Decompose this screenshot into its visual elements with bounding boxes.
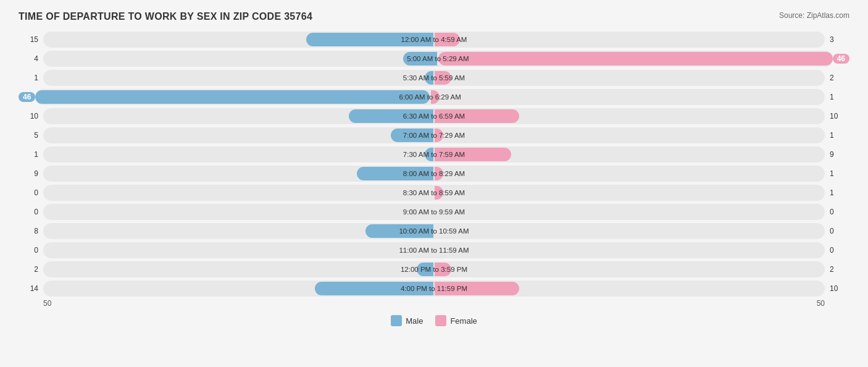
male-value: 14 (19, 284, 43, 293)
table-row: 15 12:00 AM to 4:59 AM 3 (19, 31, 849, 48)
male-bar (35, 90, 429, 104)
table-row: 0 8:30 AM to 8:59 AM 1 (19, 184, 849, 201)
legend-female: Female (435, 315, 477, 326)
table-row: 0 11:00 AM to 11:59 AM 0 (19, 242, 849, 259)
female-value-badge: 46 (833, 54, 849, 64)
table-row: 10 6:30 AM to 6:59 AM 10 (19, 108, 849, 125)
time-label: 7:30 AM to 7:59 AM (403, 151, 465, 158)
bar-container: 10:00 AM to 10:59 AM (43, 223, 825, 239)
male-value: 4 (19, 54, 43, 63)
bar-container: 11:00 AM to 11:59 AM (43, 242, 825, 258)
male-value: 1 (19, 74, 43, 82)
table-row: 14 4:00 PM to 11:59 PM 10 (19, 280, 849, 297)
time-label: 4:00 PM to 11:59 PM (401, 285, 467, 292)
bar-container: 5:30 AM to 5:59 AM (43, 70, 825, 86)
bar-container: 5:00 AM to 5:29 AM (43, 51, 833, 67)
female-bar (438, 52, 832, 65)
female-value: 9 (825, 150, 849, 159)
chart-legend: Male Female (19, 315, 849, 326)
female-bar-half (435, 204, 825, 220)
male-bar-half (43, 127, 433, 143)
table-row: 8 10:00 AM to 10:59 AM 0 (19, 222, 849, 240)
male-bar-half (43, 185, 433, 201)
female-bar-half (435, 127, 825, 143)
male-bar-half (43, 51, 437, 67)
time-label: 5:00 AM to 5:29 AM (407, 55, 469, 62)
chart-source: Source: ZipAtlas.com (779, 11, 849, 20)
female-value: 2 (825, 265, 849, 274)
time-label: 9:00 AM to 9:59 AM (403, 208, 465, 216)
male-bar-half (43, 242, 433, 258)
table-row: 1 5:30 AM to 5:59 AM 2 (19, 69, 849, 86)
bar-container: 6:30 AM to 6:59 AM (43, 108, 825, 124)
female-bar-half (435, 108, 825, 124)
time-label: 6:00 AM to 6:29 AM (399, 93, 461, 101)
male-value: 9 (19, 169, 43, 178)
male-bar-half (43, 166, 433, 182)
male-bar-half (43, 146, 433, 162)
table-row: 2 12:00 PM to 3:59 PM 2 (19, 261, 849, 278)
table-row: 4 5:00 AM to 5:29 AM 46 (19, 50, 849, 67)
male-swatch (391, 315, 402, 326)
time-label: 7:00 AM to 7:29 AM (403, 132, 465, 139)
time-label: 6:30 AM to 6:59 AM (403, 112, 465, 120)
chart-container: TIME OF DEPARTURE TO WORK BY SEX IN ZIP … (0, 0, 868, 345)
female-value: 1 (825, 169, 849, 178)
male-value: 8 (19, 227, 43, 235)
female-value: 1 (825, 188, 849, 197)
female-value: 1 (825, 131, 849, 140)
bar-container: 9:00 AM to 9:59 AM (43, 204, 825, 220)
male-value: 2 (19, 265, 43, 274)
male-value: 0 (19, 188, 43, 197)
axis-labels: 50 50 (19, 299, 849, 308)
legend-male: Male (391, 315, 423, 326)
time-label: 5:30 AM to 5:59 AM (403, 74, 465, 82)
bar-container: 12:00 AM to 4:59 AM (43, 32, 825, 48)
time-label: 12:00 PM to 3:59 PM (401, 266, 467, 273)
male-bar-half (43, 223, 433, 239)
table-row: 9 8:00 AM to 8:29 AM 1 (19, 165, 849, 182)
axis-left: 50 (43, 299, 51, 308)
female-bar-half (435, 185, 825, 201)
time-label: 8:00 AM to 8:29 AM (403, 170, 465, 177)
female-bar-half (435, 166, 825, 182)
bar-container: 7:00 AM to 7:29 AM (43, 127, 825, 143)
female-value: 10 (825, 112, 849, 120)
chart-rows: 15 12:00 AM to 4:59 AM 3 4 5:00 AM to 5:… (19, 31, 849, 297)
female-value: 0 (825, 246, 849, 255)
female-bar-half (438, 51, 832, 67)
female-bar-half (435, 261, 825, 277)
table-row: 1 7:30 AM to 7:59 AM 9 (19, 146, 849, 163)
female-value: 1 (825, 93, 849, 101)
male-bar-half (43, 281, 433, 297)
time-label: 10:00 AM to 10:59 AM (399, 227, 469, 235)
female-value: 3 (825, 35, 849, 44)
female-value: 10 (825, 284, 849, 293)
female-bar-half (435, 242, 825, 258)
table-row: 46 6:00 AM to 6:29 AM 1 (19, 88, 849, 106)
female-label: Female (450, 316, 477, 326)
female-bar-half (435, 32, 825, 48)
male-value-badge: 46 (19, 92, 35, 102)
female-bar-half (435, 281, 825, 297)
male-bar-half (43, 108, 433, 124)
bar-container: 8:30 AM to 8:59 AM (43, 185, 825, 201)
bar-container: 4:00 PM to 11:59 PM (43, 281, 825, 297)
time-label: 12:00 AM to 4:59 AM (401, 36, 467, 43)
male-bar-half (43, 204, 433, 220)
male-bar-half (35, 89, 429, 105)
male-bar-half (43, 261, 433, 277)
bar-container: 6:00 AM to 6:29 AM (35, 89, 825, 105)
chart-header: TIME OF DEPARTURE TO WORK BY SEX IN ZIP … (19, 11, 849, 22)
male-value: 0 (19, 246, 43, 255)
female-value: 0 (825, 227, 849, 235)
table-row: 0 9:00 AM to 9:59 AM 0 (19, 203, 849, 221)
male-value: 15 (19, 35, 43, 44)
chart-title: TIME OF DEPARTURE TO WORK BY SEX IN ZIP … (19, 11, 312, 22)
male-value: 10 (19, 112, 43, 120)
female-bar-half (435, 223, 825, 239)
time-label: 8:30 AM to 8:59 AM (403, 189, 465, 196)
bar-container: 7:30 AM to 7:59 AM (43, 146, 825, 162)
male-value: 5 (19, 131, 43, 140)
bar-container: 8:00 AM to 8:29 AM (43, 166, 825, 182)
